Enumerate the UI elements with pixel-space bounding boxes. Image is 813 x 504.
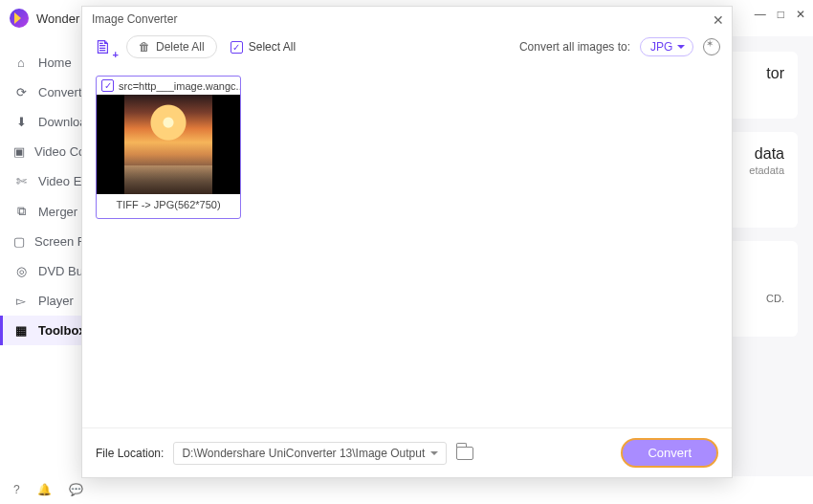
close-icon[interactable]: ✕: [713, 12, 724, 28]
sidebar-item-label: Merger: [38, 205, 77, 219]
brand-name: Wonder: [36, 11, 79, 26]
settings-icon[interactable]: [703, 38, 720, 55]
maximize-icon[interactable]: □: [778, 8, 784, 21]
add-file-icon[interactable]: 🗎: [94, 37, 113, 56]
sidebar-item-label: Player: [38, 294, 74, 308]
modal-title: Image Converter: [82, 7, 732, 32]
checkbox-icon[interactable]: ✓: [101, 79, 114, 92]
disc-icon: ◎: [13, 264, 29, 278]
main-window-controls: — □ ✕: [755, 8, 805, 21]
brand-logo-icon: [10, 9, 29, 28]
file-location-label: File Location:: [96, 447, 164, 460]
delete-all-button[interactable]: 🗑 Delete All: [126, 35, 217, 58]
record-icon: ▢: [13, 234, 25, 249]
bell-icon[interactable]: 🔔: [37, 483, 52, 496]
checkbox-icon: ✓: [231, 41, 243, 54]
help-icon[interactable]: ?: [13, 483, 20, 496]
modal-footer: File Location: D:\Wondershare UniConvert…: [82, 427, 732, 477]
convert-button[interactable]: Convert: [621, 438, 718, 468]
thumbnail-area: ✓ src=http___image.wangc... TIFF -> JPG(…: [82, 68, 732, 427]
open-folder-icon[interactable]: [456, 447, 473, 460]
scissors-icon: ✄: [13, 174, 29, 188]
bottom-bar: ? 🔔 💬: [0, 475, 97, 504]
converter-icon: ⟳: [13, 85, 29, 99]
select-all-checkbox[interactable]: ✓ Select All: [231, 40, 296, 54]
play-icon: ▻: [13, 294, 29, 308]
trash-icon: 🗑: [139, 40, 150, 54]
chat-icon[interactable]: 💬: [69, 483, 83, 496]
grid-icon: ▦: [13, 323, 29, 338]
sidebar-item-label: Toolbox: [38, 323, 86, 338]
file-location-select[interactable]: D:\Wondershare UniConverter 13\Image Out…: [173, 442, 447, 465]
home-icon: ⌂: [13, 55, 29, 70]
output-format-select[interactable]: JPG: [640, 37, 693, 56]
modal-toolbar: 🗎 🗑 Delete All ✓ Select All Convert all …: [82, 32, 732, 68]
minimize-icon[interactable]: —: [755, 8, 766, 21]
download-icon: ⬇: [13, 115, 29, 129]
compress-icon: ▣: [13, 144, 25, 159]
close-main-icon[interactable]: ✕: [796, 8, 805, 21]
image-converter-modal: Image Converter ✕ 🗎 🗑 Delete All ✓ Selec…: [81, 6, 733, 478]
select-all-label: Select All: [249, 40, 296, 54]
merge-icon: ⧉: [13, 204, 29, 219]
file-location-value: D:\Wondershare UniConverter 13\Image Out…: [182, 447, 425, 460]
sidebar-item-label: Home: [38, 55, 72, 70]
image-thumbnail[interactable]: ✓ src=http___image.wangc... TIFF -> JPG(…: [96, 76, 241, 219]
output-format-value: JPG: [650, 40, 672, 54]
sunset-image-icon: [124, 95, 212, 194]
thumbnail-preview: [97, 95, 240, 194]
convert-all-label: Convert all images to:: [519, 40, 630, 54]
delete-all-label: Delete All: [156, 40, 205, 54]
thumbnail-filename: src=http___image.wangc...: [119, 80, 240, 92]
thumbnail-caption: TIFF -> JPG(562*750): [97, 194, 240, 218]
